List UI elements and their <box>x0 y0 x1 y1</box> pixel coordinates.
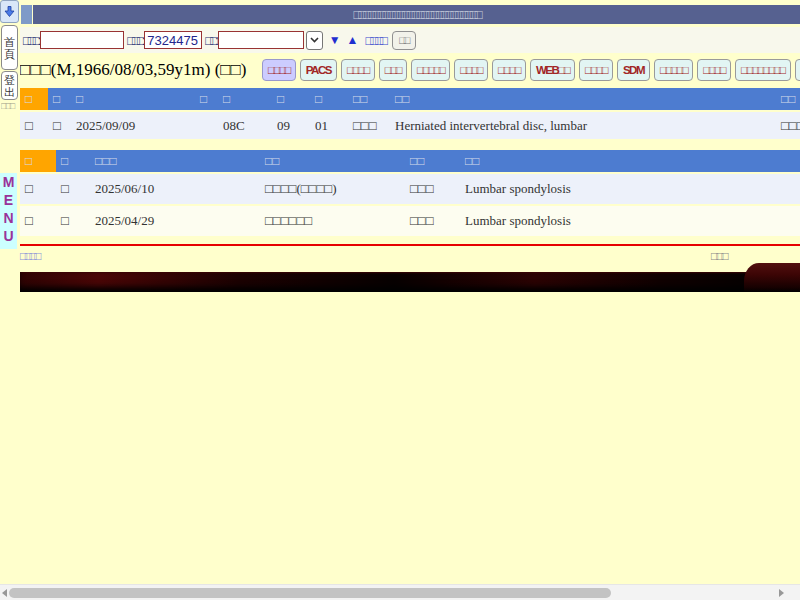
titlebar-handle <box>21 5 32 24</box>
dropdown-select[interactable] <box>306 31 323 50</box>
column-header: □□□ <box>90 150 260 172</box>
column-header: □□ <box>260 150 405 172</box>
column-header: □□ <box>405 150 460 172</box>
toolbar-button-11[interactable]: □□□□□ <box>654 59 693 81</box>
patient-toolbar-row: □□□(M,1966/08/03,59y1m) (□□) □□□□ PACS □… <box>20 55 800 85</box>
history-row[interactable]: □ □ 2025/04/29 □□□□□□ □□□ Lumbar spondyl… <box>20 206 800 236</box>
pacs-button[interactable]: PACS <box>300 59 337 81</box>
column-header: □□ <box>460 150 800 172</box>
menu-letter: N <box>0 209 17 227</box>
field3-label: □□: <box>205 33 215 48</box>
column-header: □ <box>48 88 71 110</box>
cell: □ <box>20 174 56 204</box>
cell: 08C <box>218 112 272 139</box>
sidebar-caption: □□□ <box>1 101 19 111</box>
cell: □ <box>56 206 90 236</box>
sort-descending-button[interactable]: ▼ <box>329 33 341 47</box>
patient-summary: □□□(M,1966/08/03,59y1m) (□□) <box>20 60 262 80</box>
logout-button[interactable]: 登出 <box>1 71 18 100</box>
column-header: □ <box>56 150 90 172</box>
toolbar-button-3[interactable]: □□□□ <box>341 59 375 81</box>
home-button[interactable]: 首頁 <box>1 25 18 70</box>
cell: 09 <box>272 112 310 139</box>
cell: 2025/09/09 <box>71 112 195 139</box>
history-table-header: □ □ □□□ □□ □□ □□ <box>20 150 800 172</box>
cell: □□□ <box>405 206 460 236</box>
cell: Lumbar spondylosis <box>460 206 800 236</box>
column-header: □ <box>20 150 56 172</box>
column-header: □□ <box>390 88 776 110</box>
toolbar-button-4[interactable]: □□□ <box>379 59 407 81</box>
collapse-sidebar-button[interactable] <box>0 0 19 23</box>
toolbar-button-7[interactable]: □□□□ <box>492 59 526 81</box>
scroll-right-icon[interactable] <box>779 589 784 597</box>
cell: □□□□(□□□□) <box>260 174 405 204</box>
visit-table: □ □ □ □ □ □ □ □□ □□ □□ □ □ 2025/09/09 08… <box>20 88 800 139</box>
cell: □□□ <box>776 112 800 139</box>
visit-table-header: □ □ □ □ □ □ □ □□ □□ □□ <box>20 88 800 110</box>
column-header: □ <box>310 88 348 110</box>
column-header: □ <box>71 88 195 110</box>
cell: Herniated intervertebral disc, lumbar <box>390 112 776 139</box>
toolbar-button-more[interactable]: ... <box>795 59 800 81</box>
toolbar-button-1[interactable]: □□□□ <box>262 59 296 81</box>
chevron-down-icon <box>310 37 319 43</box>
cell: 01 <box>310 112 348 139</box>
menu-toggle[interactable]: M E N U <box>0 173 17 249</box>
history-table: □ □ □□□ □□ □□ □□ □ □ 2025/06/10 □□□□(□□□… <box>20 150 800 238</box>
cell <box>195 112 218 139</box>
cell: □ <box>20 206 56 236</box>
column-header: □ <box>272 88 310 110</box>
column-header: □□ <box>348 88 390 110</box>
scrollbar-thumb[interactable] <box>9 588 611 598</box>
column-header: □ <box>218 88 272 110</box>
field2-label: □□□: <box>127 33 142 48</box>
field3-input[interactable] <box>218 31 304 49</box>
cell: □ <box>56 174 90 204</box>
app-window: 首頁 登出 □□□ M E N U □□□□□□□□□□□□□□□□□□□□□□… <box>0 0 800 600</box>
visit-row[interactable]: □ □ 2025/09/09 08C 09 01 □□□ Herniated i… <box>20 112 800 139</box>
bottom-menu-bar <box>20 272 800 292</box>
column-header: □ <box>195 88 218 110</box>
footer-link[interactable]: □□□□ <box>20 249 39 263</box>
column-header: □□ <box>776 88 800 110</box>
sort-ascending-button[interactable]: ▲ <box>347 33 359 47</box>
cell: □ <box>48 112 71 139</box>
down-arrow-icon <box>3 5 16 18</box>
window-title: □□□□□□□□□□□□□□□□□□□□□□□□□□ <box>33 5 800 24</box>
toolbar-button-13[interactable]: □□□□□□□□ <box>735 59 791 81</box>
cell: □□□ <box>348 112 390 139</box>
menu-letter: M <box>0 173 17 191</box>
cell: □ <box>20 112 48 139</box>
bottom-menu-bar-tab <box>744 263 800 292</box>
cell: □□□ <box>405 174 460 204</box>
toolbar-button-6[interactable]: □□□□ <box>454 59 488 81</box>
red-divider <box>20 244 800 246</box>
toolbar-button-12[interactable]: □□□□ <box>697 59 731 81</box>
quick-link[interactable]: □□□□ <box>365 33 384 48</box>
field1-input[interactable] <box>40 31 124 49</box>
query-button[interactable]: □□ <box>392 31 416 50</box>
cell: 2025/04/29 <box>90 206 260 236</box>
search-form: □□□: □□□: □□: ▼ ▲ □□□□ □□ <box>20 27 800 53</box>
cell: Lumbar spondylosis <box>460 174 800 204</box>
menu-letter: U <box>0 227 17 245</box>
scroll-left-icon[interactable] <box>2 589 7 597</box>
history-row[interactable]: □ □ 2025/06/10 □□□□(□□□□) □□□ Lumbar spo… <box>20 174 800 204</box>
column-header: □ <box>20 88 48 110</box>
field1-label: □□□: <box>23 33 38 48</box>
horizontal-scrollbar[interactable] <box>0 584 800 600</box>
menu-letter: E <box>0 191 17 209</box>
footer-label: □□□ <box>711 249 727 263</box>
toolbar-button-5[interactable]: □□□□□ <box>411 59 450 81</box>
web-button[interactable]: WEB□□ <box>530 59 575 81</box>
sdm-button[interactable]: SDM <box>617 59 650 81</box>
patient-id-input[interactable] <box>144 31 202 49</box>
cell: 2025/06/10 <box>90 174 260 204</box>
toolbar-button-9[interactable]: □□□□ <box>579 59 613 81</box>
cell: □□□□□□ <box>260 206 405 236</box>
